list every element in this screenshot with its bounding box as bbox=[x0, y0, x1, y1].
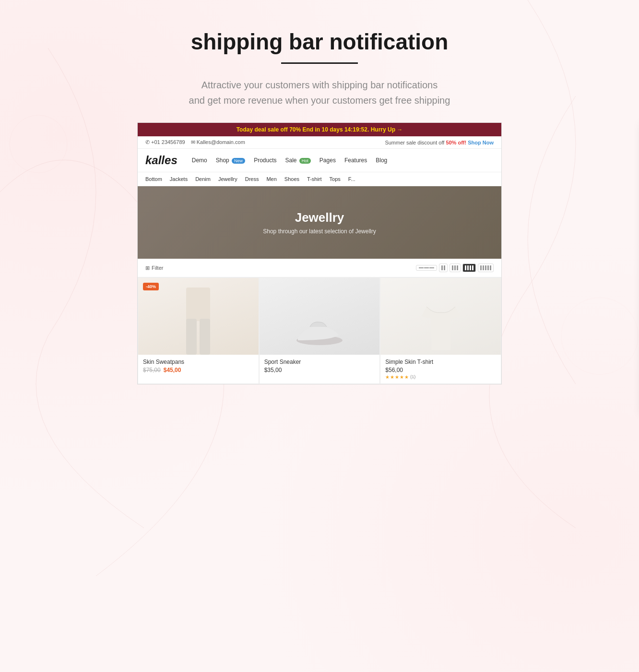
page-subtitle: Attractive your customers with shipping … bbox=[152, 77, 487, 108]
grid-list-view[interactable] bbox=[416, 265, 437, 271]
product-info: Sport Sneaker $35,00 bbox=[260, 355, 380, 377]
product-card[interactable]: -40% Skin Sweatpans $75,00 $45,00 bbox=[138, 277, 259, 384]
store-category-nav: Bottom Jackets Denim Jewellry Dress Men … bbox=[138, 172, 501, 186]
cat-denim[interactable]: Denim bbox=[195, 176, 211, 182]
grid-3col-view[interactable] bbox=[450, 264, 461, 272]
grid-5col-view[interactable] bbox=[478, 264, 494, 272]
product-price: $75,00 $45,00 bbox=[143, 367, 254, 373]
nav-item-pages[interactable]: Pages bbox=[320, 157, 336, 164]
store-sale-text: Summer sale discount off 50% off! Shop N… bbox=[385, 140, 494, 145]
cat-jewellry[interactable]: Jewellry bbox=[218, 176, 237, 182]
product-image bbox=[380, 278, 501, 355]
announcement-bar: Today deal sale off 70% End in 10 days 1… bbox=[138, 123, 501, 136]
store-top-nav: ✆ +01 23456789 ✉ Kalles@domain.com Summe… bbox=[138, 136, 501, 149]
svg-rect-2 bbox=[186, 288, 210, 321]
nav-item-sale[interactable]: Sale Hot bbox=[285, 157, 310, 164]
grid-2col-view[interactable] bbox=[439, 264, 448, 272]
product-image: -40% bbox=[138, 278, 259, 355]
products-grid: -40% Skin Sweatpans $75,00 $45,00 bbox=[138, 277, 501, 384]
product-name: Sport Sneaker bbox=[264, 359, 375, 365]
store-main-nav: kalles Demo Shop New Products Sale Hot P… bbox=[138, 149, 501, 172]
grid-4col-view[interactable] bbox=[462, 264, 476, 272]
nav-item-shop[interactable]: Shop New bbox=[216, 157, 245, 164]
hero-title: Jewellry bbox=[147, 210, 492, 225]
product-info: Simple Skin T-shirt $56,00 ★ ★ ★ ★ ★ (1) bbox=[380, 355, 501, 384]
discount-badge: -40% bbox=[143, 283, 159, 290]
svg-rect-4 bbox=[200, 319, 210, 355]
cat-tops[interactable]: Tops bbox=[330, 176, 341, 182]
products-filter-bar: ⊞ Filter bbox=[138, 259, 501, 277]
cat-shoes[interactable]: Shoes bbox=[284, 176, 299, 182]
store-logo: kalles bbox=[145, 154, 178, 167]
cat-men[interactable]: Men bbox=[266, 176, 276, 182]
product-price: $56,00 bbox=[385, 367, 496, 373]
nav-item-blog[interactable]: Blog bbox=[376, 157, 387, 164]
store-mockup: Today deal sale off 70% End in 10 days 1… bbox=[137, 122, 502, 384]
nav-item-demo[interactable]: Demo bbox=[192, 157, 207, 164]
grid-options bbox=[416, 264, 494, 272]
product-card[interactable]: Simple Skin T-shirt $56,00 ★ ★ ★ ★ ★ (1) bbox=[380, 277, 501, 384]
page-title: shipping bar notification bbox=[10, 29, 629, 55]
store-phone: ✆ +01 23456789 bbox=[145, 139, 185, 145]
product-price: $35,00 bbox=[264, 367, 375, 373]
cat-jackets[interactable]: Jackets bbox=[170, 176, 188, 182]
product-info: Skin Sweatpans $75,00 $45,00 bbox=[138, 355, 259, 377]
product-image bbox=[260, 278, 380, 355]
cat-tshirt[interactable]: T-shirt bbox=[307, 176, 322, 182]
filter-button[interactable]: ⊞ Filter bbox=[145, 265, 163, 271]
svg-rect-3 bbox=[186, 319, 197, 355]
nav-item-features[interactable]: Features bbox=[344, 157, 367, 164]
store-email: ✉ Kalles@domain.com bbox=[191, 139, 245, 145]
hero-subtitle: Shop through our latest selection of Jew… bbox=[147, 228, 492, 235]
cat-bottom[interactable]: Bottom bbox=[145, 176, 162, 182]
product-name: Simple Skin T-shirt bbox=[385, 359, 496, 365]
cat-more[interactable]: F... bbox=[348, 176, 355, 182]
announcement-text: Today deal sale off 70% End in 10 days 1… bbox=[237, 126, 403, 133]
product-card[interactable]: Sport Sneaker $35,00 bbox=[259, 277, 380, 384]
title-divider bbox=[281, 62, 358, 64]
cat-dress[interactable]: Dress bbox=[245, 176, 259, 182]
product-stars: ★ ★ ★ ★ ★ (1) bbox=[385, 374, 496, 380]
product-name: Skin Sweatpans bbox=[143, 359, 254, 365]
store-hero-banner: Jewellry Shop through our latest selecti… bbox=[138, 186, 501, 259]
nav-item-products[interactable]: Products bbox=[254, 157, 276, 164]
